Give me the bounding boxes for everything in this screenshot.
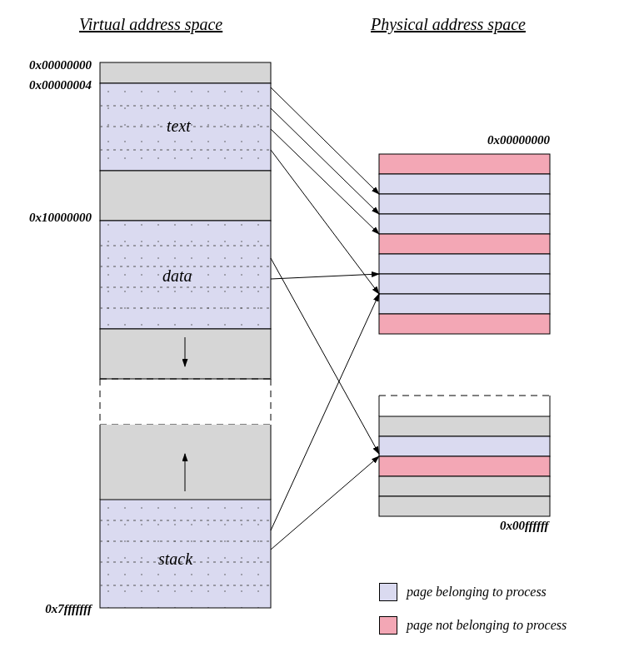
addr-virtual-bottom: 0x7fffffff bbox=[0, 602, 92, 616]
svg-line-48 bbox=[271, 129, 379, 234]
svg-line-53 bbox=[271, 456, 379, 550]
svg-rect-35 bbox=[379, 274, 550, 294]
svg-rect-31 bbox=[379, 194, 550, 214]
svg-rect-42 bbox=[379, 476, 550, 496]
svg-rect-29 bbox=[379, 154, 550, 174]
virtual-space bbox=[100, 62, 271, 608]
svg-line-47 bbox=[271, 108, 379, 214]
diagram-canvas bbox=[0, 0, 644, 657]
svg-line-50 bbox=[271, 258, 379, 454]
svg-rect-34 bbox=[379, 254, 550, 274]
svg-rect-30 bbox=[379, 174, 550, 194]
addr-physical-bottom: 0x00ffffff bbox=[500, 519, 592, 533]
svg-rect-41 bbox=[379, 456, 550, 476]
segment-text: text bbox=[167, 117, 191, 136]
addr-virtual-0: 0x00000000 bbox=[0, 58, 92, 72]
segment-data: data bbox=[162, 266, 192, 286]
title-virtual: Virtual address space bbox=[79, 15, 222, 34]
segment-stack: stack bbox=[158, 550, 192, 569]
addr-physical-top: 0x00000000 bbox=[487, 133, 579, 147]
svg-rect-33 bbox=[379, 234, 550, 254]
svg-rect-32 bbox=[379, 214, 550, 234]
legend-swatch-process bbox=[379, 583, 397, 601]
addr-virtual-mid: 0x10000000 bbox=[0, 211, 92, 225]
svg-line-51 bbox=[271, 274, 379, 279]
svg-line-52 bbox=[271, 294, 379, 530]
svg-rect-37 bbox=[379, 314, 550, 334]
svg-rect-36 bbox=[379, 294, 550, 314]
svg-line-46 bbox=[271, 87, 379, 194]
physical-space-bottom bbox=[379, 396, 550, 516]
svg-rect-43 bbox=[379, 496, 550, 516]
legend-notprocess: page not belonging to process bbox=[407, 618, 567, 633]
svg-line-49 bbox=[271, 150, 379, 294]
svg-rect-8 bbox=[100, 171, 271, 221]
svg-rect-3 bbox=[100, 62, 271, 83]
svg-rect-39 bbox=[379, 416, 550, 436]
legend-swatch-notprocess bbox=[379, 616, 397, 635]
addr-virtual-4: 0x00000004 bbox=[0, 78, 92, 92]
physical-space-top bbox=[379, 154, 550, 334]
title-physical: Physical address space bbox=[371, 15, 526, 34]
legend-process: page belonging to process bbox=[407, 585, 547, 600]
mapping-arrows bbox=[271, 87, 379, 550]
svg-rect-40 bbox=[379, 436, 550, 456]
